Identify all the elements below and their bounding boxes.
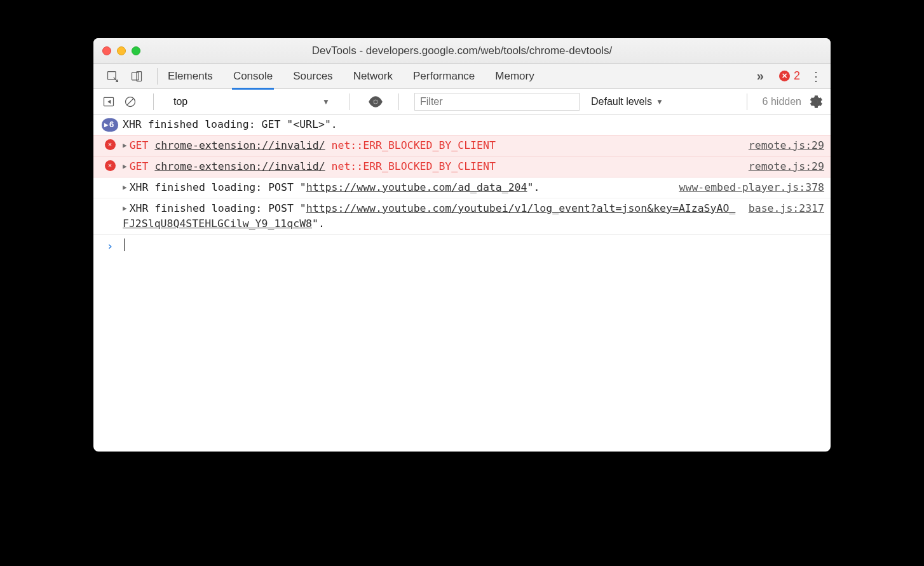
source-link[interactable]: remote.js:29 — [741, 159, 824, 174]
toggle-sidebar-button[interactable] — [101, 94, 116, 109]
console-input-row[interactable]: › — [93, 235, 831, 257]
request-url[interactable]: chrome-extension://invalid/ — [154, 160, 325, 172]
live-expression-icon[interactable] — [368, 94, 383, 109]
error-icon — [779, 71, 790, 81]
tab-sources[interactable]: Sources — [292, 64, 334, 88]
error-icon — [105, 139, 116, 150]
console-row[interactable]: www-embed-player.js:378 ▶XHR finished lo… — [93, 177, 831, 198]
disclosure-triangle-icon[interactable]: ▶ — [123, 162, 127, 172]
levels-label: Default levels — [591, 96, 652, 107]
filter-input[interactable] — [414, 93, 580, 111]
tab-performance[interactable]: Performance — [412, 64, 476, 88]
context-selector[interactable]: top ▼ — [169, 93, 334, 111]
msg-suffix: ". — [527, 181, 540, 193]
console-row[interactable]: base.js:2317 ▶XHR finished loading: POST… — [93, 198, 831, 235]
request-url[interactable]: chrome-extension://invalid/ — [154, 139, 325, 151]
method: GET — [130, 160, 149, 172]
window-title: DevTools - developers.google.com/web/too… — [93, 45, 831, 57]
more-options-icon[interactable]: ⋮ — [809, 69, 823, 84]
tab-console[interactable]: Console — [232, 64, 274, 88]
source-link[interactable]: www-embed-player.js:378 — [679, 180, 824, 195]
message-text: XHR finished loading: GET "<URL>". — [123, 117, 824, 132]
divider — [398, 93, 399, 110]
panel-tabs: Elements Console Sources Network Perform… — [166, 64, 753, 88]
divider — [157, 68, 158, 85]
divider — [350, 93, 350, 110]
source-link[interactable]: remote.js:29 — [741, 138, 824, 153]
console-row[interactable]: 6 XHR finished loading: GET "<URL>". — [93, 114, 831, 135]
disclosure-triangle-icon[interactable]: ▶ — [123, 141, 127, 151]
request-url[interactable]: https://www.youtube.com/ad_data_204 — [306, 181, 527, 193]
console-row-error[interactable]: ▶GET chrome-extension://invalid/ net::ER… — [93, 135, 831, 156]
divider — [747, 93, 747, 110]
error-icon — [105, 160, 116, 171]
clear-console-button[interactable] — [123, 94, 138, 109]
settings-icon[interactable] — [808, 94, 823, 109]
hidden-count[interactable]: 6 hidden — [763, 96, 801, 107]
chevron-down-icon: ▼ — [656, 97, 663, 106]
titlebar: DevTools - developers.google.com/web/too… — [93, 38, 831, 64]
source-link[interactable]: base.js:2317 — [749, 201, 824, 216]
console-row-error[interactable]: ▶GET chrome-extension://invalid/ net::ER… — [93, 156, 831, 177]
inspect-element-icon[interactable] — [105, 69, 120, 84]
error-badge[interactable]: 2 — [779, 69, 800, 83]
tabbar: Elements Console Sources Network Perform… — [93, 64, 831, 89]
log-levels-selector[interactable]: Default levels ▼ — [591, 96, 663, 107]
error-count: 2 — [794, 69, 800, 83]
devtools-window: DevTools - developers.google.com/web/too… — [93, 38, 831, 452]
device-toolbar-icon[interactable] — [129, 69, 144, 84]
tab-memory[interactable]: Memory — [494, 64, 535, 88]
msg-suffix: ". — [312, 217, 325, 230]
divider — [153, 93, 154, 110]
message-count-pill[interactable]: 6 — [102, 118, 118, 132]
tab-elements[interactable]: Elements — [166, 64, 214, 88]
tabs-overflow-button[interactable]: » — [753, 69, 768, 83]
svg-point-6 — [374, 100, 377, 103]
context-label: top — [173, 96, 187, 107]
chevron-down-icon: ▼ — [322, 97, 330, 106]
tab-network[interactable]: Network — [352, 64, 394, 88]
error-text: net::ERR_BLOCKED_BY_CLIENT — [332, 139, 496, 151]
input-caret — [124, 238, 125, 251]
msg-prefix: XHR finished loading: POST " — [130, 181, 306, 193]
console-toolbar: top ▼ Default levels ▼ 6 hidden — [93, 89, 831, 114]
disclosure-triangle-icon[interactable]: ▶ — [123, 204, 127, 214]
error-text: net::ERR_BLOCKED_BY_CLIENT — [332, 160, 496, 172]
msg-prefix: XHR finished loading: POST " — [130, 202, 306, 214]
disclosure-triangle-icon[interactable]: ▶ — [123, 183, 127, 193]
prompt-icon: › — [97, 237, 123, 254]
svg-rect-1 — [132, 72, 139, 80]
method: GET — [130, 139, 149, 151]
console-output: 6 XHR finished loading: GET "<URL>". ▶GE… — [93, 114, 831, 452]
